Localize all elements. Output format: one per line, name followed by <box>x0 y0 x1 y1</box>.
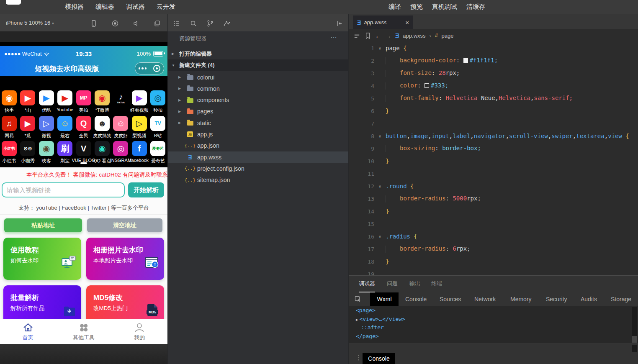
menu-action-1[interactable]: 预览 <box>410 3 423 11</box>
file-components[interactable]: ▶components <box>168 95 348 106</box>
scrollbar[interactable] <box>632 307 637 343</box>
outline-list-icon[interactable] <box>353 32 360 39</box>
platform-item-13[interactable]: Q全民 <box>75 116 93 139</box>
devtools-tab-memory[interactable]: Memory <box>510 292 532 306</box>
file-app-js[interactable]: JSapp.js <box>168 129 348 140</box>
wxml-node-3[interactable]: </page> <box>348 332 638 341</box>
platform-item-9[interactable]: ♫网易 <box>0 116 18 139</box>
wxml-node-2[interactable]: ::after <box>348 323 638 332</box>
debugger-tab-2[interactable]: 输出 <box>409 276 420 292</box>
explorer-section-1[interactable]: ▼新建文件夹 (4) <box>168 59 348 71</box>
fold-marker[interactable]: ∨ <box>374 134 386 138</box>
devtools-tab-security[interactable]: Security <box>546 292 567 306</box>
devtools-tab-sources[interactable]: Sources <box>440 292 461 306</box>
tabbar-item-2[interactable]: 我的 <box>112 319 167 344</box>
platform-item-18[interactable]: 小红书小红书 <box>0 141 18 164</box>
outline-list-icon[interactable] <box>173 20 180 27</box>
menu-action-0[interactable]: 编译 <box>388 3 401 11</box>
collapse-sidebar-icon[interactable] <box>336 20 343 27</box>
node-graph-icon[interactable] <box>223 20 231 27</box>
tabbar-item-1[interactable]: 其他工具 <box>56 319 111 344</box>
fold-marker[interactable]: ∨ <box>374 184 386 189</box>
card-3[interactable]: MD5修改改MD5上热门MD5 <box>86 285 164 319</box>
color-swatch[interactable] <box>424 83 429 88</box>
platform-item-22[interactable]: VVUE BLOG <box>75 141 93 163</box>
breadcrumb-symbol[interactable]: page <box>442 33 454 39</box>
drag-handle-icon[interactable]: ⋮ <box>355 354 362 361</box>
platform-item-17[interactable]: TVB站 <box>149 116 167 139</box>
platform-item-19[interactable]: ⊙⊙小咖秀 <box>18 141 37 164</box>
color-swatch[interactable] <box>463 58 468 63</box>
file-colorui[interactable]: ▶colorui <box>168 72 348 83</box>
platform-item-23[interactable]: ◉QQ 看点 <box>93 141 111 164</box>
back-arrow-icon[interactable]: ← <box>375 32 381 39</box>
file-pages[interactable]: ▶pages <box>168 106 348 117</box>
devtools-tab-audits[interactable]: Audits <box>581 292 597 306</box>
file-sitemap-json[interactable]: {..}sitemap.json <box>168 174 348 186</box>
wxml-node-0[interactable]: <page> <box>348 306 638 315</box>
menu-item-2[interactable]: 调试器 <box>126 3 145 11</box>
card-0[interactable]: 使用教程如何去水印 <box>3 238 81 280</box>
fold-marker[interactable]: ∨ <box>374 46 386 51</box>
bookmark-icon[interactable] <box>364 32 371 39</box>
video-link-input[interactable] <box>2 182 125 197</box>
menu-item-1[interactable]: 编辑器 <box>95 3 114 11</box>
file-app-wxss[interactable]: Ǝapp.wxss <box>168 151 348 163</box>
platform-item-11[interactable]: ▷微视 <box>37 116 56 139</box>
breadcrumb-file[interactable]: app.wxss <box>403 33 425 39</box>
phone-icon[interactable] <box>90 20 98 27</box>
platform-item-5[interactable]: ◉*T微博 <box>93 90 111 113</box>
parse-button[interactable]: 开始解析 <box>128 182 164 197</box>
platform-item-1[interactable]: ▶*山 <box>18 90 37 113</box>
devtools-tab-wxml[interactable]: Wxml <box>370 292 399 306</box>
file-app-json[interactable]: {..}app.json <box>168 140 348 151</box>
platform-item-12[interactable]: ☺最右 <box>56 116 74 139</box>
platform-item-3[interactable]: ▶Youtobe <box>56 90 74 112</box>
record-icon[interactable] <box>111 20 119 27</box>
platform-item-15[interactable]: ☺皮皮虾 <box>111 116 130 139</box>
devtools-tab-network[interactable]: Network <box>474 292 496 306</box>
fold-marker[interactable]: ∨ <box>374 234 386 239</box>
paste-address-button[interactable]: 粘贴地址 <box>4 218 82 232</box>
capsule-menu[interactable] <box>135 62 164 74</box>
close-icon[interactable]: × <box>405 19 409 26</box>
platform-item-8[interactable]: ◎秒拍 <box>149 90 167 113</box>
forward-arrow-icon[interactable]: → <box>385 32 391 39</box>
panel-divider[interactable] <box>348 14 349 364</box>
platform-item-24[interactable]: ◎INSGRAM <box>111 141 130 163</box>
debugger-tab-1[interactable]: 问题 <box>387 276 398 292</box>
exit-circle-icon[interactable] <box>153 65 160 72</box>
platform-item-14[interactable]: ☻皮皮搞笑 <box>93 116 111 139</box>
code-editor[interactable]: 1∨page {2background-color: #f1f1f1;3font… <box>348 42 638 275</box>
multi-window-icon[interactable] <box>153 20 161 27</box>
platform-item-10[interactable]: ▶*瓜 <box>18 116 37 139</box>
wxml-node-1[interactable]: ▶<view>…</view> <box>348 315 638 324</box>
platform-item-4[interactable]: MP美拍 <box>75 90 93 113</box>
more-dots-icon[interactable] <box>139 67 147 69</box>
menu-action-3[interactable]: 清缓存 <box>466 3 485 11</box>
wxml-tree[interactable]: <page>▶<view>…</view>::after</page> <box>348 306 638 343</box>
platform-item-25[interactable]: ffacebook <box>130 141 149 163</box>
git-branch-icon[interactable] <box>206 20 214 27</box>
file-common[interactable]: ▶common <box>168 83 348 94</box>
platform-item-16[interactable]: ▷梨视频 <box>130 116 149 139</box>
platform-item-0[interactable]: ◉快手 <box>0 90 18 113</box>
more-actions-icon[interactable]: … <box>330 32 337 40</box>
devtools-tab-storage[interactable]: Storage <box>611 292 631 306</box>
card-2[interactable]: 批量解析解析所有作品 <box>3 285 81 319</box>
file-static[interactable]: ▶static <box>168 117 348 128</box>
tabbar-item-0[interactable]: 首页 <box>0 319 56 344</box>
platform-item-20[interactable]: ◉映客 <box>37 141 56 164</box>
panel-divider[interactable] <box>167 14 168 364</box>
devtools-tab-console[interactable]: Console <box>405 292 427 306</box>
menu-item-3[interactable]: 云开发 <box>157 3 175 11</box>
menu-item-0[interactable]: 模拟器 <box>65 3 84 11</box>
explorer-section-0[interactable]: ▶打开的编辑器 <box>168 48 348 59</box>
clear-address-button[interactable]: 清空地址 <box>87 218 162 232</box>
device-selector[interactable]: iPhone 5 100% 16▾ <box>6 14 54 32</box>
platform-item-6[interactable]: ♪TikTok <box>111 90 130 105</box>
search-icon[interactable] <box>190 20 197 27</box>
debugger-tab-3[interactable]: 终端 <box>431 276 442 292</box>
card-1[interactable]: 相册照片去水印本地照片去水印 <box>86 238 164 280</box>
menu-action-2[interactable]: 真机调试 <box>432 3 457 11</box>
